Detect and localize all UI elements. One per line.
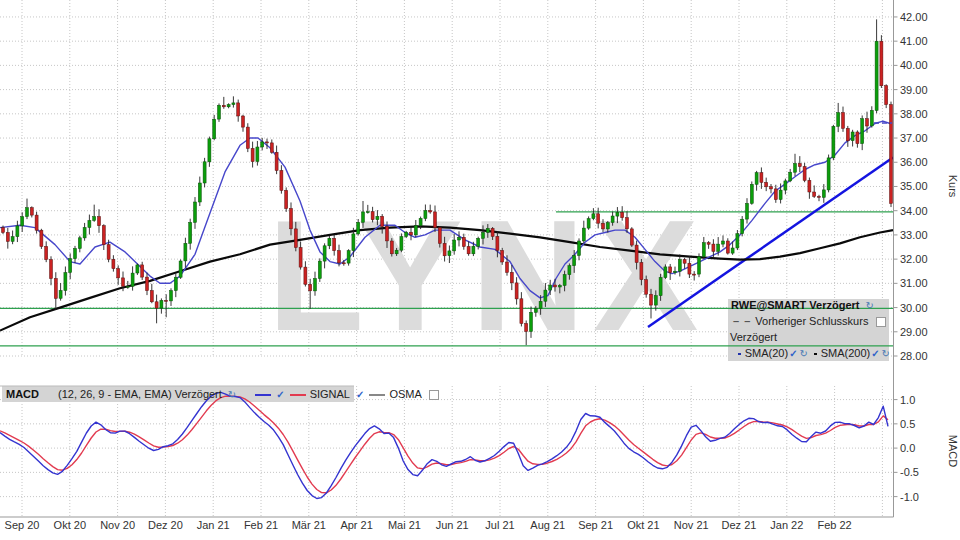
svg-text:40.00: 40.00 [900, 59, 928, 71]
svg-text:MACD: MACD [947, 435, 959, 467]
svg-text:Feb 22: Feb 22 [817, 519, 851, 531]
svg-text:42.00: 42.00 [900, 11, 928, 23]
svg-text:39.00: 39.00 [900, 84, 928, 96]
prev-close-label: Vorheriger Schlusskurs [755, 314, 868, 329]
osma-label: OSMA [389, 387, 421, 402]
svg-text:33.00: 33.00 [900, 229, 928, 241]
svg-text:29.00: 29.00 [900, 326, 928, 338]
macd-refresh-icon[interactable]: ↻ [228, 387, 236, 402]
macd-line [0, 392, 888, 498]
dashed-line-icon: – – [728, 314, 751, 329]
legend-prevclose-row: – – Vorheriger Schlusskurs [728, 314, 891, 329]
svg-text:Sep 21: Sep 21 [578, 519, 613, 531]
osma-checkbox[interactable] [429, 390, 439, 400]
svg-text:Jan 22: Jan 22 [770, 519, 803, 531]
svg-text:Jan 21: Jan 21 [197, 519, 230, 531]
svg-text:Mär 21: Mär 21 [292, 519, 326, 531]
svg-text:Jul 21: Jul 21 [485, 519, 514, 531]
svg-text:28.00: 28.00 [900, 350, 928, 362]
signal-checkbox[interactable]: ✓ [356, 387, 364, 402]
sma20-refresh-icon[interactable]: ↻ [800, 346, 808, 361]
sma200-checkbox[interactable]: ✓ [871, 346, 879, 361]
svg-text:34.00: 34.00 [900, 205, 928, 217]
prev-close-checkbox[interactable] [876, 317, 886, 327]
sma20-checkbox[interactable]: ✓ [789, 346, 797, 361]
svg-text:Nov 21: Nov 21 [674, 519, 709, 531]
svg-text:Okt 21: Okt 21 [627, 519, 659, 531]
svg-text:37.00: 37.00 [900, 132, 928, 144]
svg-text:Dez 20: Dez 20 [148, 519, 183, 531]
chart-window: LYNX42.0041.0040.0039.0038.0037.0036.003… [0, 0, 960, 540]
svg-text:0.0: 0.0 [900, 442, 915, 454]
macd-title: MACD [6, 387, 39, 402]
svg-text:Dez 21: Dez 21 [722, 519, 757, 531]
instrument-title: RWE@SMART Verzögert [728, 298, 859, 313]
chart-canvas[interactable]: LYNX42.0041.0040.0039.0038.0037.0036.003… [0, 0, 960, 540]
signal-line-icon [290, 394, 306, 396]
legend-sma-row: SMA(20) ✓ ↻ SMA(200) ✓ ↻ [728, 346, 891, 361]
svg-text:Jun 21: Jun 21 [436, 519, 469, 531]
svg-text:-0.5: -0.5 [900, 466, 919, 478]
macd-line-icon [255, 394, 271, 396]
svg-text:0.5: 0.5 [900, 418, 915, 430]
instrument-legend: RWE@SMART Verzögert ↻ – – Vorheriger Sch… [728, 298, 891, 361]
svg-text:32.00: 32.00 [900, 253, 928, 265]
signal-label: SIGNAL [310, 387, 350, 402]
svg-text:1.0: 1.0 [900, 394, 915, 406]
sma20-label: SMA(20) [745, 346, 788, 361]
sma200-label: SMA(200) [821, 346, 871, 361]
svg-text:Okt 20: Okt 20 [54, 519, 86, 531]
svg-text:36.00: 36.00 [900, 156, 928, 168]
svg-text:Nov 20: Nov 20 [100, 519, 135, 531]
svg-text:Aug 21: Aug 21 [530, 519, 565, 531]
svg-text:Apr 21: Apr 21 [340, 519, 372, 531]
svg-text:Kurs: Kurs [947, 175, 959, 198]
svg-text:Mai 21: Mai 21 [388, 519, 421, 531]
macd-checkbox[interactable]: ✓ [276, 387, 284, 402]
svg-text:Feb 21: Feb 21 [244, 519, 278, 531]
svg-text:41.00: 41.00 [900, 35, 928, 47]
svg-text:35.00: 35.00 [900, 180, 928, 192]
svg-text:-1.0: -1.0 [900, 491, 919, 503]
svg-text:Sep 20: Sep 20 [5, 519, 40, 531]
refresh-icon[interactable]: ↻ [865, 298, 873, 313]
price-axis-labels: 42.0041.0040.0039.0038.0037.0036.0035.00… [894, 11, 960, 362]
legend-delayed-row: Verzögert [728, 330, 891, 345]
macd-params: (12, 26, 9 - EMA, EMA) Verzögert [58, 387, 222, 402]
svg-text:30.00: 30.00 [900, 302, 928, 314]
macd-axis-labels: 1.00.50.0-0.5-1.0MACD [894, 394, 960, 503]
osma-line-icon [369, 394, 385, 396]
macd-legend: MACD (12, 26, 9 - EMA, EMA) Verzögert ↻ … [6, 387, 441, 402]
delayed-label: Verzögert [728, 330, 777, 345]
signal-line [0, 396, 888, 493]
svg-text:38.00: 38.00 [900, 108, 928, 120]
sma200-line-icon [814, 353, 817, 355]
sma200-refresh-icon[interactable]: ↻ [882, 346, 890, 361]
legend-title-row: RWE@SMART Verzögert ↻ [728, 298, 891, 313]
sma20-line-icon [738, 353, 741, 355]
svg-text:31.00: 31.00 [900, 277, 928, 289]
time-axis-labels: Sep 20Okt 20Nov 20Dez 20Jan 21Feb 21Mär … [5, 519, 852, 531]
